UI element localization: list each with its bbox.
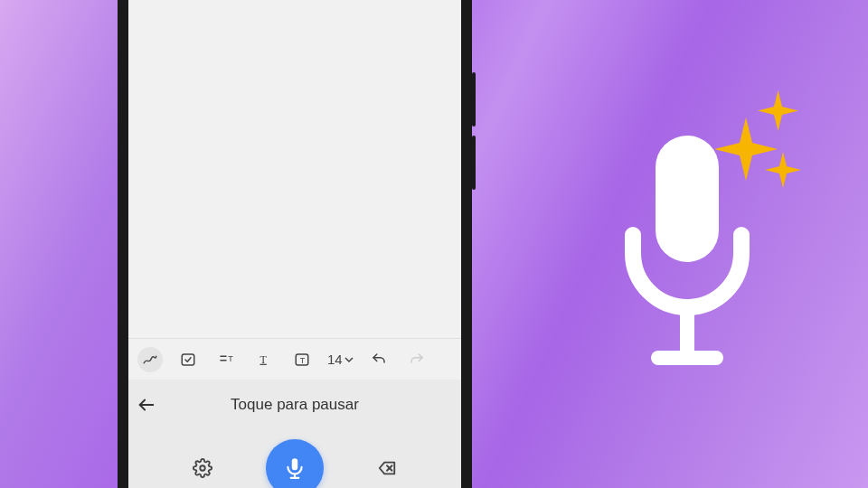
undo-button[interactable] (366, 347, 392, 372)
svg-rect-1 (680, 307, 694, 352)
phone-frame: T T T 14 Toq (118, 0, 472, 488)
hero-graphic (579, 90, 814, 398)
back-arrow-icon (137, 395, 156, 415)
microphone-icon (283, 456, 307, 480)
redo-button[interactable] (404, 347, 429, 372)
settings-button[interactable] (190, 455, 215, 481)
svg-text:T: T (260, 352, 268, 365)
svg-text:T: T (300, 355, 306, 364)
indent-button[interactable]: T (213, 347, 239, 372)
phone-screen: T T T 14 Toq (128, 0, 461, 488)
text-format-button[interactable]: T (251, 347, 277, 372)
svg-rect-3 (182, 354, 194, 365)
voice-input-panel: Toque para pausar Google (128, 380, 461, 488)
chevron-down-icon (344, 355, 354, 364)
font-size-selector[interactable]: 14 (327, 352, 354, 367)
voice-panel-title: Toque para pausar (128, 396, 461, 414)
phone-side-button (472, 136, 476, 190)
backspace-icon (376, 458, 398, 478)
scribble-tool[interactable] (137, 347, 163, 372)
back-button[interactable] (128, 387, 165, 423)
voice-panel-header: Toque para pausar (128, 387, 461, 423)
formatting-toolbar: T T T 14 (128, 338, 461, 380)
svg-text:T: T (228, 354, 233, 363)
checklist-button[interactable] (175, 347, 201, 372)
gear-icon (193, 458, 212, 478)
font-size-value: 14 (327, 352, 343, 367)
text-box-button[interactable]: T (289, 347, 315, 372)
backspace-button[interactable] (374, 455, 400, 481)
svg-rect-0 (656, 136, 719, 262)
voice-panel-controls (128, 423, 461, 488)
svg-point-11 (200, 465, 205, 471)
microphone-button[interactable] (266, 439, 324, 488)
phone-side-button (472, 72, 476, 127)
document-editor-area[interactable] (128, 0, 461, 338)
svg-rect-2 (651, 351, 723, 365)
